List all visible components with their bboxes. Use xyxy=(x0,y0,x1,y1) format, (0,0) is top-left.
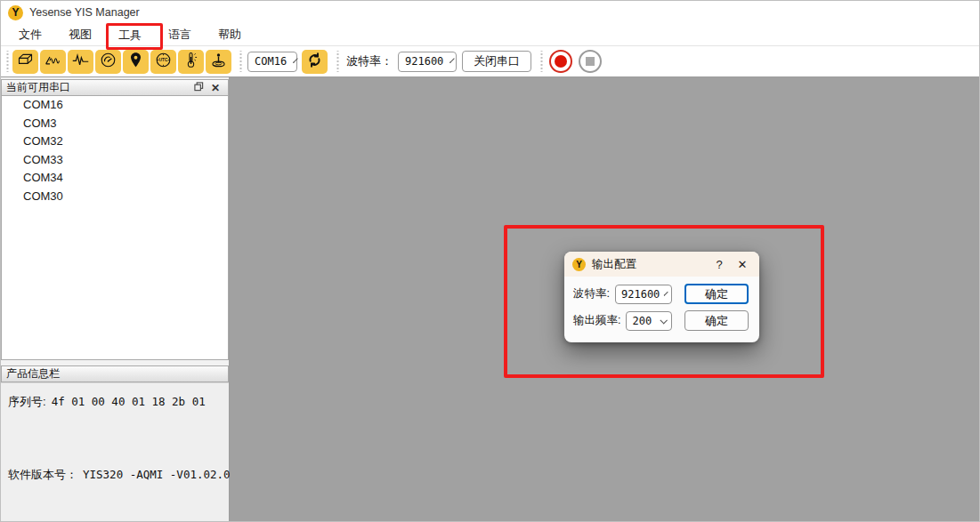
svg-text:UTC: UTC xyxy=(159,58,168,62)
serial-number-value: 4f 01 00 40 01 18 2b 01 xyxy=(52,395,206,408)
content-area: 当前可用串口 ✕ COM16COM3COM32COM33COM34COM30 产… xyxy=(1,77,979,522)
float-panel-button[interactable] xyxy=(190,81,207,94)
dialog-frequency-confirm-button[interactable]: 确定 xyxy=(684,310,749,331)
serial-number-label: 序列号: xyxy=(8,394,46,410)
toolbar: UTC COM16 波特率： 921600 关闭串口 xyxy=(1,46,979,77)
refresh-icon xyxy=(305,51,324,72)
baud-rate-row: 波特率: 921600 确定 xyxy=(573,283,749,305)
menu-item-help[interactable]: 帮助 xyxy=(209,24,250,45)
gauge-icon xyxy=(99,51,117,72)
toolbar-grip[interactable] xyxy=(239,51,243,72)
chevron-down-icon xyxy=(664,291,668,295)
menu-item-view[interactable]: 视图 xyxy=(60,24,101,45)
product-info-area: 序列号: 4f 01 00 40 01 18 2b 01 软件版本号： YIS3… xyxy=(1,382,229,522)
list-item-port[interactable]: COM33 xyxy=(2,151,228,170)
app-title: Yesense YIS Manager xyxy=(29,6,140,19)
port-select-value: COM16 xyxy=(255,55,287,68)
list-item-port[interactable]: COM30 xyxy=(2,188,228,206)
float-icon xyxy=(194,81,204,94)
menu-item-tools-wrap: 工具 xyxy=(109,27,159,44)
dialog-frequency-label: 输出频率: xyxy=(573,313,620,328)
dialog-frequency-value: 200 xyxy=(632,315,652,327)
main-workspace: Y 输出配置 ? ✕ 波特率: 921600 确定 输出 xyxy=(230,77,979,522)
temperature-button[interactable] xyxy=(178,50,204,74)
location-button[interactable] xyxy=(123,50,149,74)
firmware-version-value: YIS320 -AQMI -V01.02.03; xyxy=(83,468,244,481)
thermometer-icon xyxy=(182,51,200,72)
serial-ports-panel: 当前可用串口 ✕ COM16COM3COM32COM33COM34COM30 产… xyxy=(1,77,230,522)
dialog-titlebar: Y 输出配置 ? ✕ xyxy=(564,252,759,277)
serial-ports-panel-header: 当前可用串口 ✕ xyxy=(1,79,229,96)
output-config-dialog: Y 输出配置 ? ✕ 波特率: 921600 确定 输出 xyxy=(564,252,759,342)
baud-rate-value: 921600 xyxy=(405,55,443,68)
probe-icon xyxy=(209,51,228,72)
close-panel-button[interactable]: ✕ xyxy=(207,82,223,94)
list-item-port[interactable]: COM3 xyxy=(2,115,228,133)
chevron-down-icon xyxy=(293,58,298,63)
dialog-close-button[interactable]: ✕ xyxy=(731,254,754,274)
list-item-port[interactable]: COM32 xyxy=(2,133,228,151)
app-logo-icon: Y xyxy=(8,5,23,20)
dialog-body: 波特率: 921600 确定 输出频率: 200 确定 xyxy=(564,277,759,332)
close-serial-port-button[interactable]: 关闭串口 xyxy=(462,51,531,72)
dialog-baud-value: 921600 xyxy=(621,288,660,301)
record-button[interactable] xyxy=(549,50,572,73)
refresh-ports-button[interactable] xyxy=(302,50,328,74)
dialog-title: 输出配置 xyxy=(592,257,708,272)
output-frequency-row: 输出频率: 200 确定 xyxy=(573,309,749,332)
record-icon xyxy=(555,55,567,68)
waveform-plot-button[interactable] xyxy=(68,50,93,74)
utc-clock-icon: UTC xyxy=(154,51,173,72)
angle-wave-icon xyxy=(44,51,62,72)
list-item-port[interactable]: COM16 xyxy=(2,96,228,115)
dialog-help-button[interactable]: ? xyxy=(708,254,731,274)
serial-number-line: 序列号: 4f 01 00 40 01 18 2b 01 xyxy=(8,394,222,410)
3d-view-button[interactable] xyxy=(12,50,38,74)
firmware-version-line: 软件版本号： YIS320 -AQMI -V01.02.03; xyxy=(8,467,222,483)
dialog-baud-select[interactable]: 921600 xyxy=(615,285,672,304)
menubar: 文件 视图 工具 语言 帮助 xyxy=(1,24,979,46)
toolbar-grip[interactable] xyxy=(336,51,340,72)
app-window: Y Yesense YIS Manager 文件 视图 工具 语言 帮助 UTC… xyxy=(0,0,980,522)
close-icon: ✕ xyxy=(211,82,220,94)
gauge-button[interactable] xyxy=(95,50,121,74)
baud-rate-select[interactable]: 921600 xyxy=(398,52,457,72)
chevron-down-icon xyxy=(450,58,455,63)
menu-item-tools[interactable]: 工具 xyxy=(109,26,150,44)
firmware-version-label: 软件版本号： xyxy=(8,467,77,483)
titlebar: Y Yesense YIS Manager xyxy=(1,1,979,24)
probe-button[interactable] xyxy=(206,50,231,74)
list-item-port[interactable]: COM34 xyxy=(2,169,228,188)
dialog-baud-confirm-button[interactable]: 确定 xyxy=(684,284,749,304)
stop-icon xyxy=(586,57,595,66)
dialog-logo-icon: Y xyxy=(572,258,586,271)
menu-item-file[interactable]: 文件 xyxy=(10,24,51,45)
product-info-title: 产品信息栏 xyxy=(6,366,60,381)
angle-plot-button[interactable] xyxy=(40,50,66,74)
toolbar-grip[interactable] xyxy=(5,51,10,72)
toolbar-grip[interactable] xyxy=(539,51,544,72)
dialog-baud-label: 波特率: xyxy=(573,286,610,301)
stop-button[interactable] xyxy=(579,50,602,73)
baud-rate-label: 波特率： xyxy=(346,53,393,69)
waveform-icon xyxy=(71,51,90,72)
port-list[interactable]: COM16COM3COM32COM33COM34COM30 xyxy=(1,96,229,360)
product-info-header: 产品信息栏 xyxy=(1,365,229,382)
location-pin-icon xyxy=(126,51,145,72)
port-select[interactable]: COM16 xyxy=(247,52,297,72)
cube-icon xyxy=(16,51,35,72)
utc-time-button[interactable]: UTC xyxy=(150,50,176,74)
chevron-down-icon xyxy=(660,317,668,324)
menu-item-language[interactable]: 语言 xyxy=(159,24,200,45)
serial-ports-panel-title: 当前可用串口 xyxy=(6,80,70,95)
dialog-frequency-select[interactable]: 200 xyxy=(626,311,672,331)
